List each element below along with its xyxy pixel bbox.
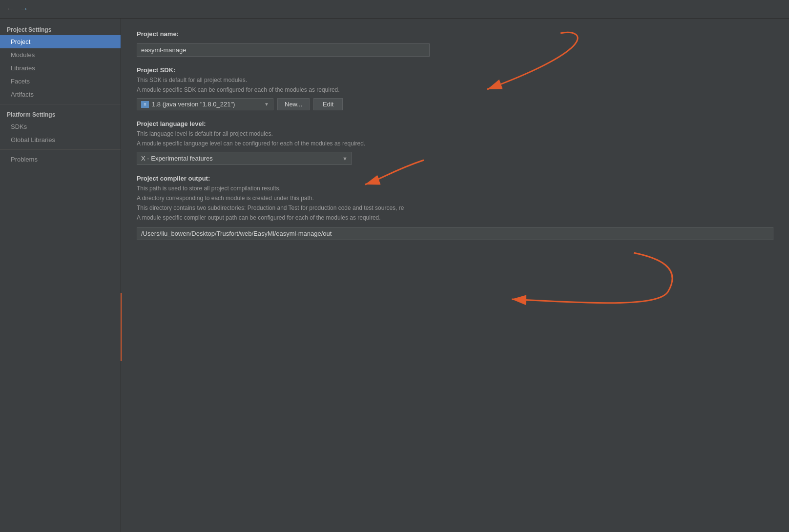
project-language-level-desc1: This language level is default for all p… xyxy=(137,129,773,138)
project-sdk-label: Project SDK: xyxy=(137,66,773,74)
sidebar-item-libraries[interactable]: Libraries xyxy=(0,61,121,75)
project-settings-heading: Project Settings xyxy=(0,22,121,35)
annotation-arrows xyxy=(121,19,789,532)
compiler-output-desc3: This directory contains two subdirectori… xyxy=(137,204,773,212)
sdk-row: ≡ 1.8 (java version "1.8.0_221") ▼ New..… xyxy=(137,98,773,110)
sidebar-divider-2 xyxy=(0,149,121,150)
sidebar-item-problems[interactable]: Problems xyxy=(0,153,121,166)
new-sdk-button[interactable]: New... xyxy=(277,98,310,110)
language-level-row: X - Experimental features 1 - JDK 1.1 2 … xyxy=(137,152,773,165)
edit-sdk-button[interactable]: Edit xyxy=(313,98,343,110)
sdk-dropdown-arrow-icon: ▼ xyxy=(264,102,269,107)
sdk-icon: ≡ xyxy=(141,101,149,108)
sidebar-item-facets[interactable]: Facets xyxy=(0,75,121,88)
project-name-input[interactable] xyxy=(137,43,430,57)
compiler-output-path-input[interactable] xyxy=(137,227,773,240)
project-compiler-output-label: Project compiler output: xyxy=(137,175,773,182)
platform-settings-heading: Platform Settings xyxy=(0,107,121,120)
sidebar: Project Settings Project Modules Librari… xyxy=(0,19,121,532)
forward-button[interactable]: → xyxy=(20,4,28,14)
sdk-selector[interactable]: ≡ 1.8 (java version "1.8.0_221") ▼ xyxy=(137,98,273,110)
project-language-level-label: Project language level: xyxy=(137,120,773,127)
sidebar-item-global-libraries[interactable]: Global Libraries xyxy=(0,133,121,146)
language-level-select[interactable]: X - Experimental features 1 - JDK 1.1 2 … xyxy=(137,152,352,165)
sidebar-item-project[interactable]: Project xyxy=(0,35,121,48)
main-layout: Project Settings Project Modules Librari… xyxy=(0,19,789,532)
sidebar-divider-1 xyxy=(0,104,121,104)
project-sdk-desc1: This SDK is default for all project modu… xyxy=(137,76,773,84)
sidebar-item-sdks[interactable]: SDKs xyxy=(0,120,121,133)
top-bar: ← → xyxy=(0,0,789,19)
back-button[interactable]: ← xyxy=(6,4,15,14)
compiler-output-desc4: A module specific compiler output path c… xyxy=(137,213,773,222)
project-sdk-desc2: A module specific SDK can be configured … xyxy=(137,85,773,94)
project-name-label: Project name: xyxy=(137,30,773,38)
language-level-wrapper: X - Experimental features 1 - JDK 1.1 2 … xyxy=(137,152,352,165)
project-language-level-desc2: A module specific language level can be … xyxy=(137,139,773,148)
content-area: Project name: Project SDK: This SDK is d… xyxy=(121,19,789,532)
compiler-output-desc1: This path is used to store all project c… xyxy=(137,184,773,193)
compiler-output-desc2: A directory corresponding to each module… xyxy=(137,194,773,203)
sidebar-item-modules[interactable]: Modules xyxy=(0,48,121,61)
sidebar-item-artifacts[interactable]: Artifacts xyxy=(0,88,121,101)
sdk-value-text: 1.8 (java version "1.8.0_221") xyxy=(152,101,235,108)
